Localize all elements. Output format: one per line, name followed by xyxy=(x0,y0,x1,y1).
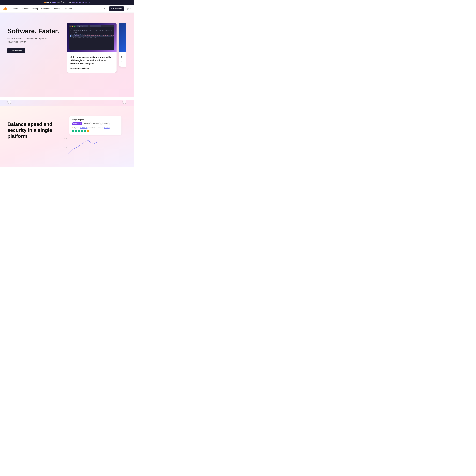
nav-item-pricing[interactable]: Pricing xyxy=(31,7,39,11)
svg-text:Q: Q xyxy=(61,2,62,3)
svg-text:58%: 58% xyxy=(65,138,67,139)
feature-card-1-title: Ship more secure software faster with AI… xyxy=(70,56,113,65)
warning-icon: ⚠ xyxy=(72,127,73,129)
feature-card-2-image xyxy=(119,23,126,52)
mr-tab-overview[interactable]: Overview ⓘ xyxy=(72,122,83,125)
check-1: ✓ xyxy=(72,130,74,132)
section-2: Balance speed and security in a single p… xyxy=(0,106,134,167)
nav-contact-label: Contact us xyxy=(64,8,72,10)
top-banner: GitLab duo with Q Amazon Q AI-driven Dev… xyxy=(0,0,134,5)
partial-title-g1: G xyxy=(121,56,126,58)
svg-point-9 xyxy=(104,8,106,9)
gitlab-fox-icon xyxy=(44,1,46,3)
carousel-progress xyxy=(13,102,67,102)
mr-pipeline-info: ⚠ Pipeline #241758874 passed with warnin… xyxy=(72,127,119,129)
banner-gitlab-label: GitLab xyxy=(46,1,52,3)
mr-tab-overview-label: Overview xyxy=(73,123,79,124)
mr-pipeline-label: Pipeline xyxy=(74,127,79,129)
search-icon xyxy=(104,8,106,10)
hero-cta-button[interactable]: Get free trial xyxy=(7,48,25,53)
hero-subtitle: GitLab is the most comprehensive AI-powe… xyxy=(7,37,54,43)
code-editor-titlebar: simple-python.py simple-python.py xyxy=(69,25,114,27)
nav-company-label: Company xyxy=(53,8,60,10)
hero-left: Software. Faster. GitLab is the most com… xyxy=(7,23,67,53)
navbar-logo[interactable] xyxy=(3,6,7,11)
chart-area: 58% 96% xyxy=(65,137,126,157)
banner-gitlab-logo: GitLab duo xyxy=(44,1,56,3)
check-3: ✓ xyxy=(78,130,80,132)
banner-link-text[interactable]: AI-driven DevSecOps. xyxy=(72,1,88,3)
carousel-next-button[interactable]: → xyxy=(122,100,126,104)
feature-card-1-image: simple-python.py simple-python.py first … xyxy=(67,23,117,52)
nav-item-contact[interactable]: Contact us xyxy=(62,7,74,11)
banner-duo-badge: duo xyxy=(52,2,56,3)
mr-tabs: Overview ⓘ Commits Pipelines Changes xyxy=(72,122,119,125)
svg-text:96%: 96% xyxy=(65,147,67,148)
hero-carousel: simple-python.py simple-python.py first … xyxy=(67,23,126,73)
titlebar-dot-green xyxy=(74,26,75,27)
carousel-next-icon: → xyxy=(124,101,125,103)
navbar: Platform Solutions Pricing Resources Com… xyxy=(0,5,134,13)
banner-with-text: with xyxy=(57,1,60,3)
nav-platform-label: Platform xyxy=(12,8,18,10)
nav-item-platform[interactable]: Platform xyxy=(10,7,20,11)
feature-card-1-body: Ship more secure software faster with AI… xyxy=(67,52,117,73)
mr-tab-pipelines-label: Pipelines xyxy=(93,123,99,124)
titlebar-dot-red xyxy=(70,26,71,27)
svg-point-14 xyxy=(87,140,88,141)
sign-in-link[interactable]: Sign in xyxy=(126,8,131,10)
nav-resources-label: Resources xyxy=(41,8,50,10)
nav-pricing-label: Pricing xyxy=(33,8,38,10)
mr-tab-pipelines[interactable]: Pipelines xyxy=(92,122,101,125)
feature-card-1-link-label: Discover GitLab Duo xyxy=(70,67,87,69)
get-free-trial-button[interactable]: Get free trial xyxy=(109,6,124,11)
gitlab-logo-icon xyxy=(3,6,7,11)
mr-pipeline-status: passed with warnings for xyxy=(88,127,103,129)
amazon-q-icon: Q xyxy=(61,1,63,3)
code-file-tab-2: simple-python.py xyxy=(90,25,102,27)
mr-tab-overview-badge: ⓘ xyxy=(80,123,81,124)
code-file-tab-1: simple-python.py xyxy=(77,25,88,27)
get-free-trial-label: Get free trial xyxy=(111,8,122,10)
check-warning: ! xyxy=(87,130,89,132)
hero-title: Software. Faster. xyxy=(7,28,67,34)
hero-section: Software. Faster. GitLab is the most com… xyxy=(0,13,134,97)
banner-arrow: → xyxy=(89,1,90,3)
mr-commit-hash[interactable]: d1cf53b8 xyxy=(104,127,109,129)
nav-item-solutions[interactable]: Solutions xyxy=(20,7,31,11)
mr-tab-commits-label: Commits xyxy=(84,123,90,124)
code-line-2: # construct email address based on first… xyxy=(70,30,113,34)
code-line-1: first name, last name, email domain xyxy=(70,28,113,30)
hero-cta-label: Get free trial xyxy=(11,50,22,52)
banner-amazon-q: Q Amazon Q xyxy=(61,1,70,3)
nav-item-company[interactable]: Company xyxy=(51,7,62,11)
feature-card-1: simple-python.py simple-python.py first … xyxy=(67,23,117,73)
merge-request-card: Merge Request Overview ⓘ Commits Pipelin… xyxy=(69,116,121,135)
partial-title-g2: G xyxy=(121,58,126,61)
navbar-nav: Platform Solutions Pricing Resources Com… xyxy=(10,7,103,11)
mr-header: Merge Request xyxy=(72,119,119,121)
navbar-actions: Get free trial Sign in xyxy=(103,6,131,11)
search-button[interactable] xyxy=(103,6,107,11)
nav-item-resources[interactable]: Resources xyxy=(40,7,51,11)
check-4: ✓ xyxy=(81,130,83,132)
section-2-right: Merge Request Overview ⓘ Commits Pipelin… xyxy=(65,116,126,157)
code-line-4: return f" {self.first_name.lower()} . {s… xyxy=(70,35,113,37)
carousel-track xyxy=(13,102,120,102)
chart-svg: 58% 96% xyxy=(65,137,99,156)
mr-tab-commits[interactable]: Commits xyxy=(83,122,91,125)
feature-card-2-partial: G G C xyxy=(119,23,126,67)
mr-tab-changes-label: Changes xyxy=(102,123,108,124)
svg-line-10 xyxy=(106,9,106,10)
code-editor-mock: simple-python.py simple-python.py first … xyxy=(69,25,114,50)
feature-card-1-link[interactable]: Discover GitLab Duo > xyxy=(70,67,113,69)
titlebar-dot-yellow xyxy=(72,26,73,27)
svg-point-13 xyxy=(83,142,84,143)
carousel-prev-button[interactable]: ← xyxy=(7,100,11,104)
carousel-controls: ← → xyxy=(0,100,134,106)
mr-tab-changes[interactable]: Changes xyxy=(101,122,110,125)
banner-amazon-q-label: Amazon Q xyxy=(63,1,70,3)
mr-checks: ✓ ✓ ✓ ✓ ✓ ! xyxy=(72,130,119,132)
check-5: ✓ xyxy=(84,130,86,132)
mr-pipeline-number[interactable]: #241758874 xyxy=(80,127,87,129)
